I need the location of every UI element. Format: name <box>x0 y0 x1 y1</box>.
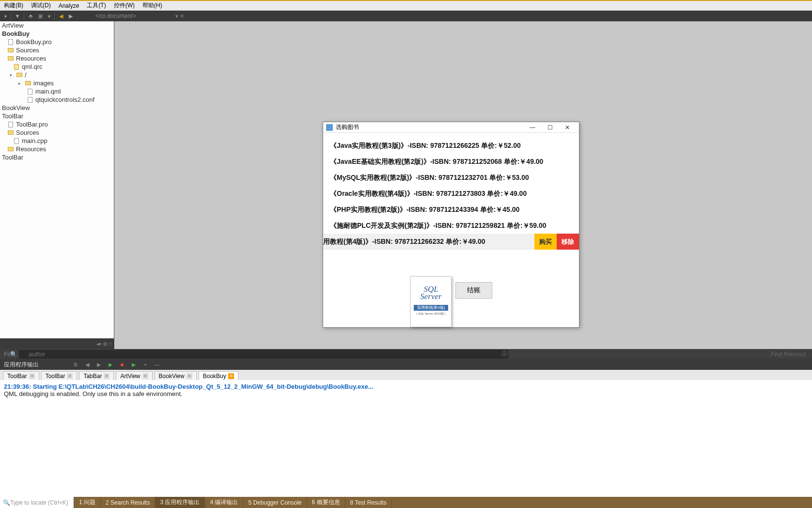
tab-close-icon[interactable]: ✕ <box>228 373 234 379</box>
status-search[interactable]: 2 Search Results <box>101 497 155 508</box>
file-qml-qrc[interactable]: qml.qrc <box>0 63 114 71</box>
status-compile[interactable]: 4 编译输出 <box>205 497 243 508</box>
remove-button[interactable]: 移除 <box>557 234 579 250</box>
status-app-output[interactable]: 3 应用程序输出 <box>155 497 205 508</box>
output-header: 应用程序输出 ⚙ ◀ ▶ ▶ ■ ▶ + — <box>0 359 812 370</box>
plus-icon[interactable]: + <box>141 361 149 368</box>
tab-close-icon[interactable]: ✕ <box>29 373 35 379</box>
editor-toolbar: ▾ ▼ ⬘ ⊞ ▾ ◀ ▶ <no document> ▾ ✕ <box>0 11 812 21</box>
folder-resources[interactable]: Resources <box>0 54 114 63</box>
menu-build[interactable]: 构建(B) <box>0 0 27 11</box>
file-toolbar-pro[interactable]: ToolBar.pro <box>0 120 114 128</box>
status-tests[interactable]: 8 Test Results <box>345 497 392 508</box>
menu-tools[interactable]: 工具(T) <box>83 0 109 11</box>
book-dialog: 选购图书 — ☐ ✕ 《Java实用教程(第3版)》-ISBN: 9787121… <box>323 122 579 328</box>
console-line: QML debugging is enabled. Only use this … <box>4 390 808 397</box>
find-label: Find <box>0 351 19 358</box>
status-debugger[interactable]: 5 Debugger Console <box>243 497 307 508</box>
forward-icon[interactable]: ▶ <box>66 12 75 20</box>
status-issues[interactable]: 1 问题 <box>74 497 101 508</box>
file-bookbuy-pro[interactable]: BookBuy.pro <box>0 38 114 46</box>
project-bookbuy[interactable]: BookBuy <box>0 30 114 38</box>
project-toolbar[interactable]: ToolBar <box>0 112 114 120</box>
dropdown-icon[interactable]: ▾ <box>2 12 9 20</box>
output-tab[interactable]: BookView✕ <box>155 371 197 380</box>
menu-widgets[interactable]: 控件(W) <box>110 0 139 11</box>
square-icon[interactable]: □ <box>109 341 112 347</box>
book-cover: SQL Server 实用教程(第4版) ( SQL Server 2014版 … <box>410 276 452 327</box>
book-row[interactable]: 《Java实用教程(第3版)》-ISBN: 9787121266225 单价:￥… <box>323 138 579 154</box>
folder-slash[interactable]: ▾/ <box>0 71 114 79</box>
tab-close-icon[interactable]: ✕ <box>142 373 148 379</box>
output-tab[interactable]: TabBar✕ <box>79 371 114 380</box>
output-tab[interactable]: ArtView✕ <box>116 371 152 380</box>
status-summary[interactable]: 6 概要信息 <box>307 497 345 508</box>
link-icon[interactable]: ⬘ <box>26 12 35 20</box>
file-main-cpp[interactable]: main.cpp <box>0 137 114 145</box>
checkout-button[interactable]: 结账 <box>455 282 492 299</box>
tab-close-icon[interactable]: ✕ <box>104 373 109 379</box>
book-row[interactable]: 《JavaEE基础实用教程(第2版)》-ISBN: 9787121252068 … <box>323 154 579 170</box>
stop-icon[interactable]: ■ <box>118 361 126 368</box>
filter-icon[interactable]: ▼ <box>13 12 22 20</box>
folder-sources2[interactable]: Sources <box>0 128 114 137</box>
output-tabs: ToolBar✕ ToolBar✕ TabBar✕ ArtView✕ BookV… <box>0 370 812 380</box>
output-title: 应用程序输出 <box>4 361 39 369</box>
folder-sources[interactable]: Sources <box>0 46 114 54</box>
project-artview[interactable]: ArtView <box>0 21 114 30</box>
menubar: 构建(B) 调试(D) Analyze 工具(T) 控件(W) 帮助(H) <box>0 1 812 11</box>
run-icon[interactable]: ▶ <box>107 361 114 368</box>
maximize-icon[interactable]: ☐ <box>541 123 559 132</box>
cover-sub: ( SQL Server 2014版 ) <box>414 312 448 316</box>
cover-title: SQL Server <box>411 286 451 300</box>
folder-resources2[interactable]: Resources <box>0 145 114 153</box>
output-tab[interactable]: ToolBar✕ <box>41 371 78 380</box>
book-row[interactable]: 《MySQL实用教程(第2版)》-ISBN: 9787121232701 单价:… <box>323 170 579 186</box>
book-row-selected[interactable]: 用教程(第4版)》-ISBN: 9787121266232 单价:￥49.00 … <box>323 234 579 250</box>
close-doc-icon[interactable]: ▾ ✕ <box>175 13 184 19</box>
editor-area: definition ion definition file system to… <box>114 21 812 349</box>
file-main-qml[interactable]: main.qml <box>0 87 114 95</box>
buy-button[interactable]: 购买 <box>534 234 557 250</box>
minimize-icon[interactable]: — <box>524 123 541 132</box>
minus-icon[interactable]: — <box>153 361 161 368</box>
output-tab-active[interactable]: BookBuy✕ <box>199 371 238 380</box>
clear-icon[interactable]: ⓧ <box>501 350 507 358</box>
find-input[interactable] <box>19 350 508 359</box>
output-tab[interactable]: ToolBar✕ <box>3 371 39 380</box>
book-row[interactable]: 《施耐德PLC开发及实例(第2版)》-ISBN: 9787121259821 单… <box>323 218 579 234</box>
back-icon[interactable]: ◀ <box>57 12 65 20</box>
dialog-title: 选购图书 <box>336 123 359 131</box>
book-row[interactable]: 《Oracle实用教程(第4版)》-ISBN: 9787121273803 单价… <box>323 186 579 202</box>
dropdown2-icon[interactable]: ▾ <box>46 12 52 20</box>
console-output[interactable]: 21:39:36: Starting E:\QTLab\CH26\CH2604\… <box>0 380 812 497</box>
next-icon[interactable]: ▶ <box>95 361 103 368</box>
cover-band: 实用教程(第4版) <box>414 305 448 311</box>
run2-icon[interactable]: ▶ <box>130 361 138 368</box>
file-qtquick-conf[interactable]: qtquickcontrols2.conf <box>0 95 114 104</box>
settings-icon[interactable]: ⚙ <box>72 361 79 368</box>
prev-icon[interactable]: ◀ <box>83 361 91 368</box>
app-icon <box>326 124 333 131</box>
find-previous[interactable]: Find Previous <box>507 351 812 358</box>
find-bar: Find 🔍 ⓧ Find Previous <box>0 349 812 359</box>
folder-images[interactable]: ▸images <box>0 79 114 87</box>
split-icon[interactable]: ⊞ <box>36 12 45 20</box>
project-bookview[interactable]: BookView <box>0 104 114 112</box>
tab-close-icon[interactable]: ✕ <box>187 373 192 379</box>
menu-help[interactable]: 帮助(H) <box>139 0 166 11</box>
locator-input[interactable]: 🔍 Type to locate (Ctrl+K) <box>0 497 74 508</box>
book-row[interactable]: 《PHP实用教程(第2版)》-ISBN: 9787121243394 单价:￥4… <box>323 202 579 218</box>
status-bar: 🔍 Type to locate (Ctrl+K) 1 问题 2 Search … <box>0 497 812 508</box>
dialog-titlebar[interactable]: 选购图书 — ☐ ✕ <box>323 122 579 133</box>
menu-analyze[interactable]: Analyze <box>55 1 83 11</box>
project-sidebar: ArtView BookBuy BookBuy.pro Sources Reso… <box>0 21 114 349</box>
tab-close-icon[interactable]: ✕ <box>67 373 73 379</box>
project-toolbar2[interactable]: ToolBar <box>0 153 114 161</box>
close-icon[interactable]: ✕ <box>559 123 576 132</box>
collapse-icon[interactable]: ◂▾ <box>96 341 101 347</box>
menu-debug[interactable]: 调试(D) <box>27 0 55 11</box>
layout-icon[interactable]: ⊞ <box>103 341 107 347</box>
no-document-label: <no document> <box>95 13 136 19</box>
console-line: 21:39:36: Starting E:\QTLab\CH26\CH2604\… <box>4 383 808 390</box>
